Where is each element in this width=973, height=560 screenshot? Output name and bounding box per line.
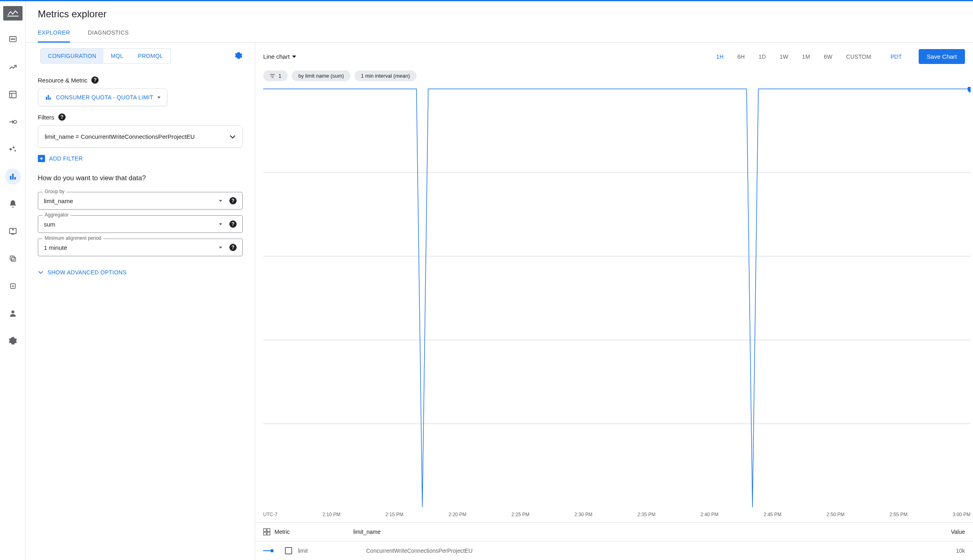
svg-rect-35	[267, 532, 270, 535]
help-icon[interactable]: ?	[58, 113, 66, 121]
alignment-field[interactable]: Minimum alignment period 1 minute ?	[38, 239, 243, 256]
svg-point-3	[12, 39, 13, 39]
metric-selector[interactable]: CONSUMER QUOTA - QUOTA LIMIT	[38, 89, 167, 106]
svg-point-12	[14, 150, 16, 152]
plus-icon: +	[38, 155, 45, 162]
lang-configuration[interactable]: CONFIGURATION	[41, 49, 103, 63]
filter-text: limit_name = ConcurrentWriteConnectionsP…	[45, 133, 195, 140]
aggregator-field[interactable]: Aggregator sum ?	[38, 215, 243, 233]
help-icon[interactable]: ?	[229, 244, 237, 251]
tab-explorer[interactable]: EXPLORER	[38, 29, 70, 43]
main-tabs: EXPLORER DIAGNOSTICS	[26, 20, 973, 43]
product-logo[interactable]	[3, 6, 23, 21]
series-swatch	[263, 550, 272, 551]
x-axis-labels: UTC-72:10 PM2:15 PM2:20 PM2:25 PM2:30 PM…	[255, 509, 973, 522]
nav-import-icon[interactable]	[5, 114, 21, 130]
svg-point-2	[11, 39, 12, 39]
range-1w[interactable]: 1W	[779, 54, 788, 60]
svg-rect-5	[9, 91, 16, 98]
query-language-toggle: CONFIGURATION MQL PROMQL	[40, 48, 171, 64]
filter-icon	[270, 74, 275, 78]
settings-gear-icon[interactable]	[235, 51, 243, 61]
range-6w[interactable]: 6W	[824, 54, 833, 60]
legend-row[interactable]: limit ConcurrentWriteConnectionsPerProje…	[255, 541, 973, 560]
caret-down-icon	[219, 223, 222, 225]
caret-down-icon	[219, 247, 222, 249]
svg-point-20	[11, 311, 14, 313]
svg-rect-22	[48, 95, 49, 100]
caret-down-icon	[219, 200, 222, 202]
range-6h[interactable]: 6H	[737, 54, 745, 60]
svg-rect-13	[10, 176, 11, 179]
svg-rect-32	[264, 529, 266, 531]
nav-trends-icon[interactable]	[5, 59, 21, 75]
nav-user-icon[interactable]	[5, 305, 21, 321]
columns-icon[interactable]	[263, 528, 270, 535]
svg-point-4	[14, 39, 14, 39]
save-chart-button[interactable]: Save Chart	[919, 49, 965, 64]
help-icon[interactable]: ?	[229, 197, 237, 204]
nav-overview-icon[interactable]	[5, 32, 21, 48]
svg-rect-34	[264, 532, 266, 535]
left-nav-rail	[0, 1, 26, 560]
nav-dashboard-icon[interactable]	[5, 86, 21, 103]
svg-point-11	[12, 146, 14, 148]
help-icon[interactable]: ?	[229, 220, 237, 228]
chevron-down-icon	[38, 270, 43, 274]
chart-panel: Line chart 1H 6H 1D 1W 1M 6W CUSTOM PDT …	[255, 43, 973, 560]
range-1m[interactable]: 1M	[802, 54, 810, 60]
nav-alerts-icon[interactable]	[5, 196, 21, 212]
svg-rect-14	[12, 174, 14, 180]
chart-plot[interactable]	[255, 87, 973, 509]
svg-point-10	[9, 148, 12, 150]
filter-chip[interactable]: limit_name = ConcurrentWriteConnectionsP…	[38, 126, 243, 148]
range-1h[interactable]: 1H	[716, 54, 724, 60]
view-heading: How do you want to view that data?	[26, 162, 255, 188]
groupby-field[interactable]: Group by limit_name ?	[38, 192, 243, 210]
nav-services-icon[interactable]	[5, 141, 21, 157]
metric-selector-label: CONSUMER QUOTA - QUOTA LIMIT	[56, 94, 153, 101]
svg-rect-23	[49, 98, 51, 100]
chevron-down-icon	[229, 135, 236, 139]
svg-rect-21	[46, 97, 47, 100]
lang-mql[interactable]: MQL	[103, 49, 130, 63]
nav-groups-icon[interactable]	[5, 251, 21, 267]
svg-rect-17	[10, 256, 14, 260]
series-checkbox[interactable]	[285, 547, 292, 554]
add-filter-button[interactable]: + ADD FILTER	[38, 155, 83, 162]
help-icon[interactable]: ?	[91, 76, 99, 84]
lang-promql[interactable]: PROMQL	[131, 49, 170, 63]
legend-table: Metric limit_name Value limit Concurrent…	[255, 522, 973, 560]
range-1d[interactable]: 1D	[759, 54, 766, 60]
config-panel: CONFIGURATION MQL PROMQL Resource & Metr…	[26, 43, 255, 560]
filters-label: Filters ?	[26, 106, 255, 126]
svg-point-31	[967, 87, 971, 93]
page-header: Metrics explorer	[26, 1, 973, 20]
caret-down-icon	[157, 97, 161, 99]
nav-metrics-icon[interactable]	[5, 169, 21, 185]
nav-uptime-icon[interactable]	[5, 223, 21, 239]
range-custom[interactable]: CUSTOM	[846, 54, 871, 60]
chip-series-count[interactable]: 1	[263, 70, 288, 81]
show-advanced-button[interactable]: SHOW ADVANCED OPTIONS	[38, 269, 127, 276]
tab-diagnostics[interactable]: DIAGNOSTICS	[88, 29, 129, 42]
svg-rect-33	[267, 529, 270, 531]
svg-rect-15	[14, 177, 16, 179]
timezone-selector[interactable]: PDT	[891, 54, 902, 60]
nav-debug-icon[interactable]	[5, 278, 21, 294]
resource-metric-label: Resource & Metric ?	[26, 69, 255, 89]
time-range-picker: 1H 6H 1D 1W 1M 6W CUSTOM	[716, 54, 871, 60]
chip-interval[interactable]: 1 min interval (mean)	[355, 70, 416, 81]
page-title: Metrics explorer	[38, 8, 961, 20]
chip-group[interactable]: by limit name (sum)	[292, 70, 350, 81]
caret-down-icon	[292, 56, 296, 58]
chart-type-selector[interactable]: Line chart	[263, 53, 296, 60]
nav-settings-icon[interactable]	[5, 333, 21, 349]
svg-rect-18	[11, 257, 15, 261]
svg-rect-19	[10, 284, 15, 288]
